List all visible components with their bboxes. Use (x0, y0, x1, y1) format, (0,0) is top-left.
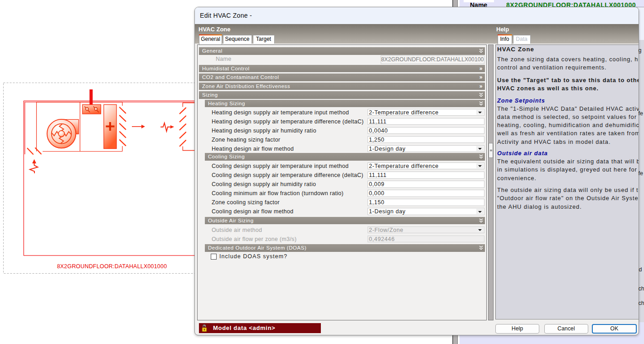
svg-text:8X2GROUNDFLOOR:DATAHALLX001000: 8X2GROUNDFLOOR:DATAHALLX001000 (57, 263, 167, 270)
